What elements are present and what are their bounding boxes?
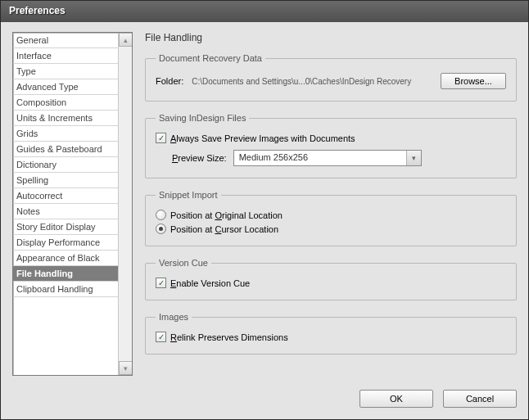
sidebar-scrollbar[interactable]: ▴ ▾ — [118, 33, 132, 375]
sidebar-item-label: Appearance of Black — [16, 253, 100, 263]
page-title: File Handling — [145, 32, 517, 43]
checkbox-label: Always Save Preview Images with Document… — [170, 133, 355, 143]
sidebar-item[interactable]: File Handling — [13, 266, 118, 282]
sidebar-item[interactable]: Spelling — [13, 173, 118, 188]
preview-size-select[interactable]: Medium 256x256 ▾ — [233, 150, 422, 166]
preview-size-label: Preview Size: — [172, 153, 227, 163]
sidebar-item[interactable]: Dictionary — [13, 157, 118, 173]
titlebar[interactable]: Preferences — [1, 1, 528, 22]
scroll-down-icon[interactable]: ▾ — [119, 361, 133, 375]
sidebar-item-label: Autocorrect — [16, 191, 62, 201]
sidebar-item-label: Spelling — [16, 175, 48, 185]
sidebar-item-label: Clipboard Handling — [16, 284, 93, 294]
sidebar-item-label: Dictionary — [16, 160, 57, 169]
content-area: GeneralInterfaceTypeAdvanced TypeComposi… — [12, 32, 517, 408]
sidebar-item[interactable]: Notes — [13, 204, 118, 219]
sidebar-item-label: Units & Increments — [16, 113, 93, 123]
scroll-up-icon[interactable]: ▴ — [119, 33, 133, 47]
radio-icon — [156, 224, 166, 234]
sidebar-item[interactable]: Clipboard Handling — [13, 282, 118, 297]
sidebar-item[interactable]: Story Editor Display — [13, 219, 118, 235]
sidebar-item-label: Grids — [16, 129, 38, 138]
window-title: Preferences — [9, 5, 66, 16]
sidebar-item[interactable]: Appearance of Black — [13, 251, 118, 266]
sidebar-item[interactable]: Grids — [13, 126, 118, 142]
folder-path: C:\Documents and Settings\u...0\Caches\I… — [188, 77, 436, 86]
group-version-cue: Version Cue ✓ Enable Version Cue — [145, 258, 517, 300]
radio-label: Position at Cursor Location — [170, 224, 278, 234]
sidebar-item-label: Story Editor Display — [16, 222, 96, 232]
checkbox-label: Enable Version Cue — [170, 278, 250, 288]
sidebar-item[interactable]: Units & Increments — [13, 111, 118, 126]
sidebar-item[interactable]: Autocorrect — [13, 188, 118, 204]
checkbox-icon: ✓ — [156, 133, 166, 143]
sidebar-item-label: Advanced Type — [16, 82, 79, 92]
browse-button[interactable]: Browse... — [441, 73, 506, 89]
always-save-preview-checkbox[interactable]: ✓ Always Save Preview Images with Docume… — [156, 133, 506, 143]
sidebar-item-label: General — [16, 35, 48, 45]
cancel-button[interactable]: Cancel — [443, 390, 517, 408]
group-images: Images ✓ Relink Preserves Dimensions — [145, 312, 517, 355]
sidebar-item-label: Guides & Pasteboard — [16, 144, 102, 154]
ok-button[interactable]: OK — [359, 390, 433, 408]
folder-label: Folder: — [156, 76, 183, 86]
group-legend: Version Cue — [156, 258, 211, 268]
category-list: GeneralInterfaceTypeAdvanced TypeComposi… — [12, 32, 133, 376]
sidebar-item-label: Composition — [16, 97, 66, 107]
sidebar-item-label: Type — [16, 66, 36, 76]
group-snippet-import: Snippet Import Position at Original Loca… — [145, 190, 517, 246]
sidebar-item[interactable]: Guides & Pasteboard — [13, 142, 118, 157]
sidebar-item-label: Display Performance — [16, 237, 100, 247]
radio-icon — [156, 210, 166, 220]
group-legend: Snippet Import — [156, 190, 221, 200]
checkbox-icon: ✓ — [156, 278, 166, 288]
chevron-down-icon: ▾ — [406, 151, 421, 165]
radio-cursor-location[interactable]: Position at Cursor Location — [156, 224, 506, 234]
preferences-window: Preferences GeneralInterfaceTypeAdvanced… — [0, 0, 529, 420]
sidebar-item-label: Interface — [16, 51, 52, 61]
group-legend: Document Recovery Data — [156, 53, 265, 63]
radio-original-location[interactable]: Position at Original Location — [156, 210, 506, 220]
checkbox-label: Relink Preserves Dimensions — [170, 332, 288, 342]
relink-preserves-dimensions-checkbox[interactable]: ✓ Relink Preserves Dimensions — [156, 332, 506, 342]
sidebar-item[interactable]: Composition — [13, 95, 118, 111]
sidebar-item[interactable]: Interface — [13, 48, 118, 64]
group-legend: Images — [156, 312, 192, 322]
main-panel: File Handling Document Recovery Data Fol… — [145, 32, 517, 373]
enable-version-cue-checkbox[interactable]: ✓ Enable Version Cue — [156, 278, 506, 288]
sidebar-item-label: Notes — [16, 206, 40, 216]
group-document-recovery: Document Recovery Data Folder: C:\Docume… — [145, 53, 517, 102]
checkbox-icon: ✓ — [156, 332, 166, 342]
sidebar-item[interactable]: Advanced Type — [13, 79, 118, 95]
group-legend: Saving InDesign Files — [156, 113, 249, 123]
sidebar-item-label: File Handling — [16, 269, 73, 278]
radio-label: Position at Original Location — [170, 210, 283, 220]
sidebar-item[interactable]: Display Performance — [13, 235, 118, 251]
dialog-buttons: OK Cancel — [359, 390, 517, 408]
group-saving-files: Saving InDesign Files ✓ Always Save Prev… — [145, 113, 517, 178]
select-value: Medium 256x256 — [239, 152, 308, 162]
sidebar-item[interactable]: General — [13, 33, 118, 48]
sidebar-item[interactable]: Type — [13, 64, 118, 79]
